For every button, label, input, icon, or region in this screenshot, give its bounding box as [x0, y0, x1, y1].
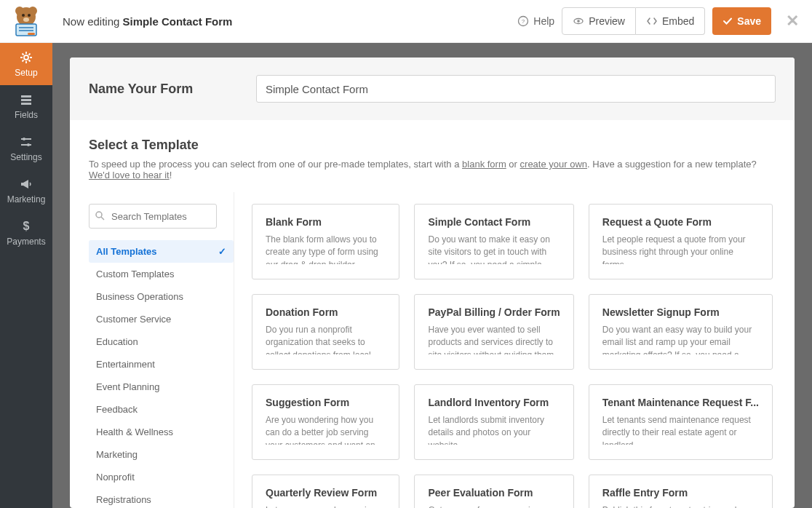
category-customer-service[interactable]: Customer Service	[89, 308, 234, 330]
bear-logo-icon	[9, 4, 44, 39]
svg-text:$: $	[23, 220, 30, 232]
template-card-title: Blank Form	[266, 216, 386, 228]
template-card[interactable]: Landlord Inventory Form Let landlords su…	[414, 384, 573, 460]
search-input[interactable]	[89, 204, 217, 229]
suggest-link[interactable]: We'd love to hear it	[89, 170, 170, 180]
category-all-templates[interactable]: All Templates ✓	[89, 240, 234, 263]
create-own-link[interactable]: create your own	[520, 159, 588, 170]
editing-form-title: Simple Contact Form	[123, 15, 233, 28]
template-card-title: Newsletter Signup Form	[602, 306, 759, 318]
close-button[interactable]: ✕	[786, 12, 799, 31]
sidebar-item-fields[interactable]: Fields	[0, 85, 52, 127]
template-card-desc: Have you ever wanted to sell products an…	[428, 324, 560, 354]
top-bar: Now editing Simple Contact Form ? Help P…	[0, 0, 812, 43]
dollar-icon: $	[19, 219, 33, 234]
svg-rect-16	[21, 99, 31, 101]
help-link[interactable]: ? Help	[517, 15, 554, 27]
svg-point-21	[27, 143, 30, 146]
sidebar-item-setup[interactable]: Setup	[0, 43, 52, 85]
save-button[interactable]: Save	[712, 7, 771, 35]
template-card[interactable]: Request a Quote Form Let people request …	[589, 204, 773, 279]
template-card-title: PayPal Billing / Order Form	[428, 306, 560, 318]
search-box	[89, 204, 234, 229]
check-icon: ✓	[218, 246, 226, 257]
svg-point-4	[28, 14, 31, 17]
template-card-desc: The blank form allows you to create any …	[266, 234, 386, 264]
template-card-desc: Do you want to make it easy on site visi…	[428, 234, 560, 264]
category-event-planning[interactable]: Event Planning	[89, 376, 234, 398]
template-card-desc: Are you wondering how you can do a bette…	[266, 414, 386, 445]
check-icon	[723, 16, 733, 26]
template-card-title: Request a Quote Form	[602, 216, 759, 228]
embed-button[interactable]: Embed	[636, 7, 705, 35]
form-name-section: Name Your Form	[70, 57, 795, 120]
template-card[interactable]: Suggestion Form Are you wondering how yo…	[252, 384, 399, 460]
form-name-input[interactable]	[256, 75, 776, 103]
search-icon	[95, 210, 105, 221]
help-icon: ?	[517, 15, 529, 27]
template-card[interactable]: Simple Contact Form Do you want to make …	[414, 204, 573, 279]
category-nonprofit[interactable]: Nonprofit	[89, 466, 234, 488]
svg-rect-9	[28, 33, 35, 35]
editing-label: Now editing Simple Contact Form	[63, 15, 232, 28]
template-card-desc: Let landlords submit inventory details a…	[428, 414, 560, 445]
svg-point-5	[23, 17, 29, 22]
sidebar-item-marketing[interactable]: Marketing	[0, 170, 52, 212]
sidebar-item-label: Marketing	[7, 194, 46, 205]
svg-point-14	[24, 55, 28, 60]
template-card-desc: Do you want an easy way to build your em…	[602, 324, 759, 354]
sidebar-item-payments[interactable]: $ Payments	[0, 212, 52, 254]
template-header: Select a Template To speed up the proces…	[70, 120, 795, 192]
category-entertainment[interactable]: Entertainment	[89, 353, 234, 376]
category-business-operations[interactable]: Business Operations	[89, 285, 234, 308]
svg-rect-17	[21, 103, 31, 105]
category-list: All Templates ✓ Custom Templates Busines…	[89, 240, 234, 508]
category-custom[interactable]: Custom Templates	[89, 263, 234, 285]
template-grid: Blank Form The blank form allows you to …	[252, 192, 776, 508]
template-card-title: Tenant Maintenance Request F...	[602, 397, 759, 408]
preview-button[interactable]: Preview	[562, 7, 636, 35]
category-feedback[interactable]: Feedback	[89, 398, 234, 421]
template-card[interactable]: Raffle Entry Form Publish this form to g…	[589, 475, 773, 508]
template-card[interactable]: Blank Form The blank form allows you to …	[252, 204, 399, 279]
code-icon	[646, 15, 658, 27]
sidebar-item-label: Payments	[7, 237, 45, 247]
template-card-title: Simple Contact Form	[428, 216, 560, 228]
content-area: Name Your Form Select a Template To spee…	[52, 43, 812, 508]
svg-point-3	[22, 14, 25, 17]
template-help-text: To speed up the process you can select f…	[89, 159, 776, 180]
form-name-label: Name Your Form	[89, 82, 242, 97]
template-card[interactable]: PayPal Billing / Order Form Have you eve…	[414, 294, 573, 370]
template-card[interactable]: Quarterly Review Form Let managers and s…	[252, 475, 399, 508]
template-card-title: Quarterly Review Form	[266, 487, 386, 499]
template-card-desc: Let people request a quote from your bus…	[602, 234, 759, 264]
svg-point-20	[23, 138, 25, 140]
category-marketing[interactable]: Marketing	[89, 443, 234, 466]
template-card[interactable]: Newsletter Signup Form Do you want an ea…	[589, 294, 773, 370]
sidebar-item-label: Settings	[10, 152, 41, 162]
category-registrations[interactable]: Registrations	[89, 488, 234, 508]
template-card[interactable]: Tenant Maintenance Request F... Let tena…	[589, 384, 773, 460]
svg-rect-15	[21, 95, 31, 98]
template-card[interactable]: Donation Form Do you run a nonprofit org…	[252, 294, 399, 370]
template-card-title: Landlord Inventory Form	[428, 397, 560, 408]
svg-point-23	[96, 212, 102, 218]
template-card-title: Peer Evaluation Form	[428, 487, 560, 499]
template-card[interactable]: Peer Evaluation Form Get peer performanc…	[414, 475, 573, 508]
template-card-title: Suggestion Form	[266, 397, 386, 408]
blank-form-link[interactable]: blank form	[462, 159, 506, 170]
editing-prefix: Now editing	[63, 15, 123, 28]
left-sidebar: Setup Fields Settings Marketing $ Paymen…	[0, 43, 52, 508]
eye-icon	[573, 15, 584, 27]
category-health-wellness[interactable]: Health & Wellness	[89, 421, 234, 443]
template-card-desc: Get peer performance reviews and	[428, 504, 560, 508]
category-education[interactable]: Education	[89, 330, 234, 353]
template-card-desc: Let managers and supervisors submit	[266, 504, 386, 508]
sliders-icon	[19, 135, 33, 149]
app-logo	[0, 0, 52, 43]
sidebar-item-label: Setup	[15, 68, 37, 78]
preview-embed-group: Preview Embed	[562, 7, 705, 35]
sidebar-item-settings[interactable]: Settings	[0, 127, 52, 170]
template-title: Select a Template	[89, 138, 776, 153]
svg-point-13	[577, 20, 580, 23]
